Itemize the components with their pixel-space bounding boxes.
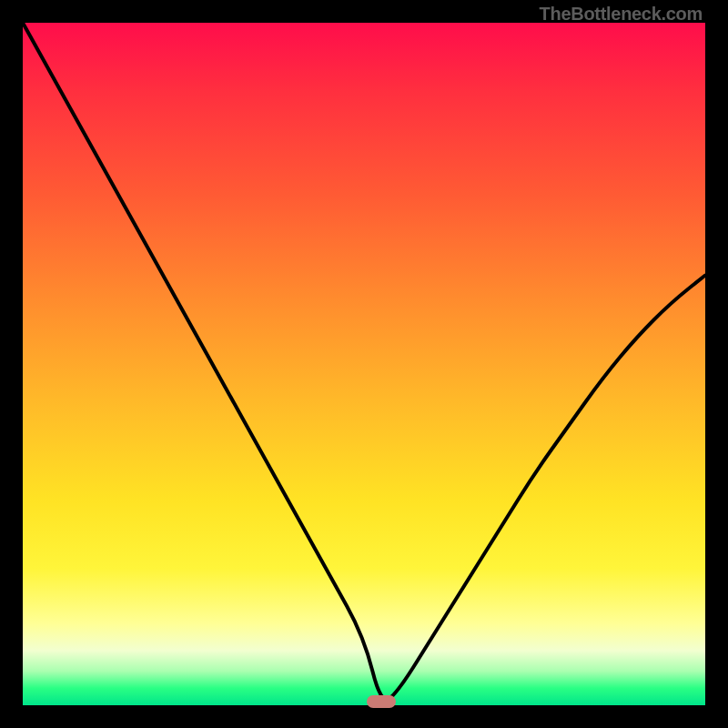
attribution-label: TheBottleneck.com	[540, 4, 703, 25]
curve-path	[23, 23, 705, 700]
minimum-marker	[367, 695, 396, 708]
bottleneck-curve	[23, 23, 705, 705]
chart-frame: TheBottleneck.com	[0, 0, 728, 728]
plot-background-gradient	[23, 23, 705, 705]
